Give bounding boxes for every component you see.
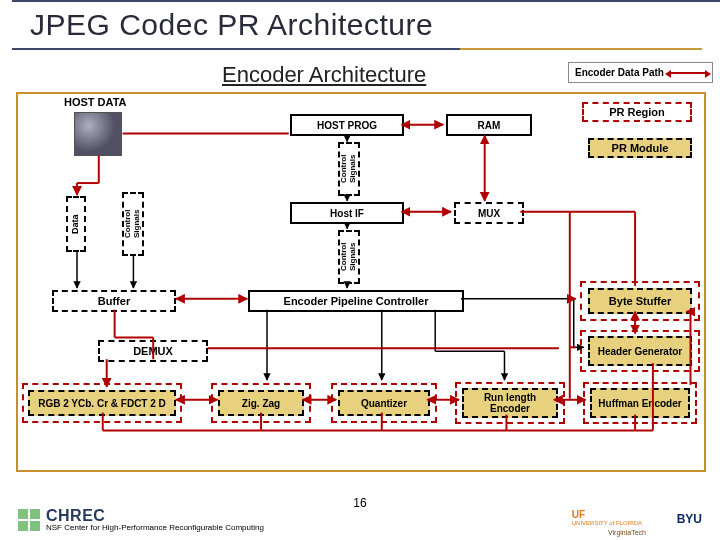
pr-region-rle <box>455 382 565 424</box>
legend-pr-module-label: PR Module <box>612 142 669 154</box>
slide-title: JPEG Codec PR Architecture <box>30 8 716 42</box>
ctrl-signals-left: Control Signals <box>122 192 144 256</box>
pr-region-huffman <box>583 382 697 424</box>
data-block: Data <box>66 196 86 252</box>
ram-block: RAM <box>446 114 532 136</box>
host-prog-label: HOST PROG <box>317 120 377 131</box>
uf-logo: UF UNIVERSITY of FLORIDA <box>572 509 642 526</box>
slide-subtitle: Encoder Architecture <box>222 62 426 88</box>
ctrl-signals-upper: Control Signals <box>338 142 360 196</box>
chrec-text: CHREC NSF Center for High-Performance Re… <box>46 508 264 532</box>
vt-logo: VirginiaTech <box>608 529 646 536</box>
legend-pr-module: PR Module <box>588 138 692 158</box>
data-label: Data <box>71 214 81 234</box>
ram-label: RAM <box>478 120 501 131</box>
pr-region-rgb-fdct <box>22 383 182 423</box>
diagram-frame: HOST DATA PR Region PR Module HOST PROG … <box>16 92 706 472</box>
pr-region-byte-stuffer <box>580 281 700 321</box>
demux-block: DEMUX <box>98 340 208 362</box>
mux-label: MUX <box>478 208 500 219</box>
host-data-label: HOST DATA <box>64 96 127 108</box>
double-arrow-icon <box>670 72 706 74</box>
host-data-image <box>74 112 122 156</box>
legend-pr-region-label: PR Region <box>609 106 665 118</box>
title-underline <box>12 48 702 50</box>
ctrl-signals-lower: Control Signals <box>338 230 360 284</box>
chrec-logo-block: CHREC NSF Center for High-Performance Re… <box>18 508 264 532</box>
chrec-icon <box>18 509 40 531</box>
ctrl-signals-upper-label: Control Signals <box>340 146 358 192</box>
chrec-sub: NSF Center for High-Performance Reconfig… <box>46 524 264 532</box>
title-bar: JPEG Codec PR Architecture <box>12 0 720 50</box>
ctrl-signals-left-label: Control Signals <box>124 196 142 252</box>
legend-data-path: Encoder Data Path <box>568 62 713 83</box>
pr-region-header-gen <box>580 330 700 372</box>
uf-mark: UF <box>572 509 585 520</box>
host-if-block: Host IF <box>290 202 404 224</box>
demux-label: DEMUX <box>133 345 173 357</box>
chrec-name: CHREC <box>46 508 264 524</box>
byu-logo: BYU <box>677 512 702 526</box>
epc-block: Encoder Pipeline Controller <box>248 290 464 312</box>
uf-sub: UNIVERSITY of FLORIDA <box>572 520 642 526</box>
epc-label: Encoder Pipeline Controller <box>284 295 429 307</box>
buffer-block: Buffer <box>52 290 176 312</box>
pr-region-quantizer <box>331 383 437 423</box>
footer: 16 CHREC NSF Center for High-Performance… <box>0 482 720 540</box>
buffer-label: Buffer <box>98 295 130 307</box>
host-if-label: Host IF <box>330 208 364 219</box>
ctrl-signals-lower-label: Control Signals <box>340 234 358 280</box>
mux-block: MUX <box>454 202 524 224</box>
host-prog-block: HOST PROG <box>290 114 404 136</box>
pr-region-zigzag <box>211 383 311 423</box>
legend-pr-region: PR Region <box>582 102 692 122</box>
legend-data-path-label: Encoder Data Path <box>575 67 664 78</box>
